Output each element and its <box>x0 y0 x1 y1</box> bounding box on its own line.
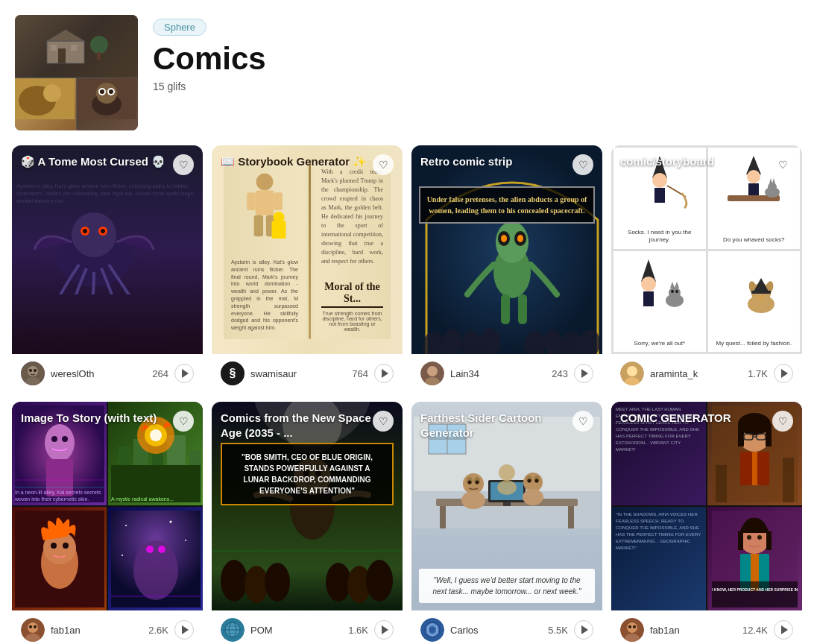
svg-point-9 <box>43 84 61 102</box>
svg-rect-189 <box>738 531 743 550</box>
svg-rect-71 <box>643 291 654 306</box>
avatar-8 <box>620 618 644 642</box>
card-comic-generator[interactable]: MEET ARIA, THE LAST HUMAN EMPLOYEE IN A … <box>611 402 802 644</box>
card-title-6: Comics from the New Space Age (2035 - ..… <box>221 411 373 440</box>
card-footer-3: Lain34 243 <box>411 354 602 393</box>
svg-text:LITTLE DO RED KNOW, HER PRODUC: LITTLE DO RED KNOW, HER PRODUCT AND HER … <box>712 587 798 592</box>
runs-6: 1.6K <box>348 625 368 636</box>
card-title-7: Farthest Sider Cartoon Generator <box>420 411 572 440</box>
svg-point-125 <box>34 625 37 628</box>
play-icon-2 <box>382 369 388 378</box>
play-btn-7[interactable] <box>574 620 593 640</box>
card-footer-8: fab1an 12.4K <box>611 610 802 644</box>
play-icon-4 <box>781 369 788 378</box>
svg-point-66 <box>768 183 777 192</box>
svg-point-132 <box>221 560 247 602</box>
svg-point-73 <box>669 287 681 299</box>
avatar-2: § <box>221 362 244 385</box>
card-heart-1[interactable]: ♡ <box>173 154 194 175</box>
play-icon-1 <box>182 369 189 378</box>
card-footer-5: fab1an 2.6K <box>12 610 203 644</box>
card-heart-8[interactable]: ♡ <box>772 411 793 432</box>
sphere-badge[interactable]: Sphere <box>153 19 206 36</box>
play-btn-4[interactable] <box>774 364 793 383</box>
svg-point-42 <box>524 331 545 354</box>
svg-point-84 <box>757 296 765 300</box>
svg-point-191 <box>747 535 751 540</box>
svg-point-91 <box>45 424 75 461</box>
svg-rect-151 <box>440 506 446 528</box>
card-storybook[interactable]: Aystarin is alley. Kat's glow ancient ru… <box>212 145 403 393</box>
svg-point-116 <box>133 540 178 600</box>
play-btn-3[interactable] <box>574 364 593 383</box>
svg-point-70 <box>641 277 656 291</box>
thumb-bottom <box>15 78 138 130</box>
play-btn-8[interactable] <box>774 620 793 640</box>
svg-rect-102 <box>189 450 201 465</box>
header-thumbnail <box>15 15 138 130</box>
card-heart-5[interactable]: ♡ <box>173 411 194 432</box>
thumb-bottom-right <box>77 78 139 130</box>
svg-point-199 <box>627 622 637 633</box>
play-icon-7 <box>581 625 588 634</box>
svg-rect-52 <box>501 294 510 324</box>
svg-rect-32 <box>254 215 263 237</box>
card-image-to-story[interactable]: In a neon-lit alley, Kai secrets secrets… <box>12 402 203 644</box>
thumb-top <box>15 15 138 78</box>
svg-rect-53 <box>518 294 527 324</box>
play-icon-6 <box>382 625 388 634</box>
author-7: Carlos <box>450 625 542 636</box>
svg-point-76 <box>671 290 674 293</box>
svg-point-18 <box>72 212 116 257</box>
svg-rect-186 <box>783 458 794 502</box>
card-farthest-sider[interactable]: "Well, I guess we'd better start moving … <box>411 402 602 644</box>
svg-point-94 <box>62 436 68 442</box>
play-btn-1[interactable] <box>174 364 194 383</box>
card-heart-3[interactable]: ♡ <box>572 154 593 175</box>
svg-rect-185 <box>716 465 727 502</box>
svg-point-159 <box>468 481 472 484</box>
svg-point-167 <box>523 489 543 505</box>
play-btn-6[interactable] <box>374 620 394 640</box>
svg-rect-31 <box>274 192 282 210</box>
svg-text:§: § <box>230 367 236 379</box>
card-retro-comic[interactable]: Under false pretenses, the alien abducts… <box>411 145 602 393</box>
svg-point-43 <box>544 329 562 354</box>
card-heart-4[interactable]: ♡ <box>772 154 793 175</box>
svg-rect-3 <box>51 45 57 51</box>
svg-point-28 <box>256 174 274 191</box>
svg-point-137 <box>366 560 393 602</box>
author-5: fab1an <box>51 625 142 636</box>
card-title-4: comic/storyboard <box>620 154 772 169</box>
runs-5: 2.6K <box>148 625 168 636</box>
svg-point-39 <box>444 329 461 354</box>
svg-point-88 <box>627 366 637 376</box>
card-footer-4: araminta_k 1.7K <box>611 354 802 393</box>
svg-rect-30 <box>247 192 255 210</box>
avatar-6 <box>221 618 244 642</box>
card-space-age[interactable]: "BOB SMITH, CEO OF BLUE ORIGIN, STANDS P… <box>212 402 403 644</box>
card-tome-most-cursed[interactable]: Aystarin is alley. Kat's glow; ancient r… <box>12 145 203 393</box>
card-image-7: "Well, I guess we'd better start moving … <box>411 402 602 610</box>
play-btn-2[interactable] <box>374 364 394 383</box>
svg-rect-86 <box>751 291 771 294</box>
svg-point-112 <box>125 525 127 526</box>
svg-point-115 <box>122 555 123 556</box>
card-title-2: 📖 Storybook Generator ✨ <box>221 154 373 169</box>
svg-point-118 <box>146 546 154 553</box>
svg-point-166 <box>535 479 539 483</box>
card-storyboard[interactable]: Socks. I need in you the journey. <box>611 145 802 393</box>
svg-point-173 <box>429 627 435 633</box>
svg-rect-178 <box>766 424 772 446</box>
card-image-3: Under false pretenses, the alien abducts… <box>411 145 602 354</box>
card-heart-6[interactable]: ♡ <box>373 411 394 432</box>
svg-point-165 <box>528 479 531 483</box>
runs-7: 5.5K <box>548 625 568 636</box>
card-image-5: In a neon-lit alley, Kai secrets secrets… <box>12 402 203 610</box>
card-heart-2[interactable]: ♡ <box>373 154 394 175</box>
play-btn-5[interactable] <box>174 620 194 640</box>
avatar-3 <box>420 362 444 385</box>
card-heart-7[interactable]: ♡ <box>572 411 593 432</box>
svg-rect-98 <box>119 446 130 465</box>
svg-rect-183 <box>740 452 752 485</box>
